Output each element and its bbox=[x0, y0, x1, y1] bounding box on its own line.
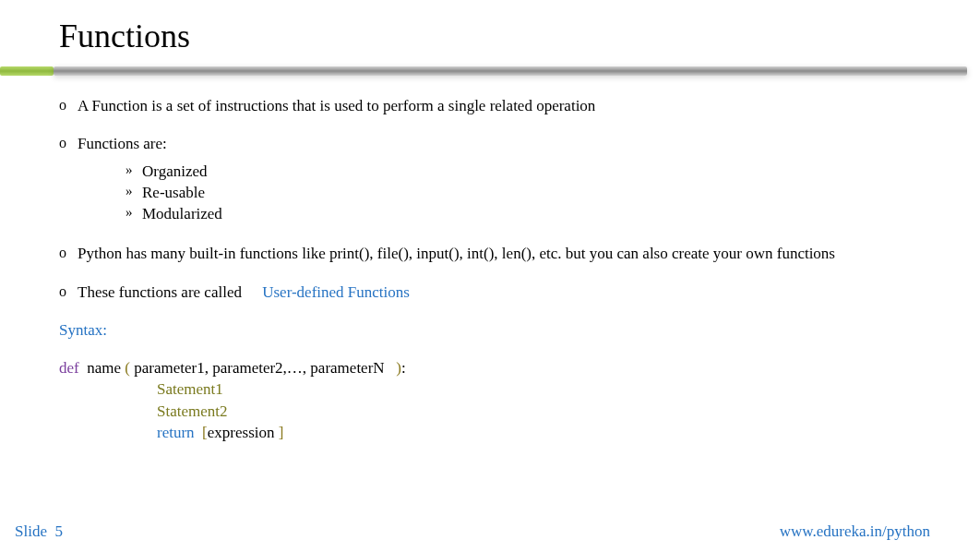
code-params: parameter1, parameter2,…, parameterN bbox=[134, 359, 384, 377]
bullet-text: These functions are called User-defined … bbox=[78, 282, 921, 302]
sub-bullet-item: » Modularized bbox=[125, 204, 921, 223]
highlighted-term: User-defined Functions bbox=[262, 283, 410, 301]
arrow-bullet-icon: » bbox=[125, 183, 142, 200]
bullet-item: o A Function is a set of instructions th… bbox=[59, 96, 921, 115]
circle-bullet-icon: o bbox=[59, 244, 78, 262]
bullet-text: Python has many built-in functions like … bbox=[78, 244, 921, 263]
sub-bullet-item: » Re-usable bbox=[125, 183, 921, 202]
circle-bullet-icon: o bbox=[59, 96, 78, 114]
syntax-heading: Syntax: bbox=[59, 320, 921, 340]
slide-number: 5 bbox=[54, 522, 63, 540]
divider-accent bbox=[0, 66, 54, 76]
slide-title: Functions bbox=[0, 0, 980, 66]
code-line: Satement1 bbox=[59, 379, 921, 399]
footer-url: www.edureka.in/python bbox=[780, 522, 930, 541]
slide-indicator: Slide 5 bbox=[15, 522, 63, 541]
arrow-bullet-icon: » bbox=[125, 204, 142, 222]
code-line: Statement2 bbox=[59, 402, 921, 421]
code-line: return [expression ] bbox=[59, 423, 921, 442]
code-name: name bbox=[87, 359, 121, 377]
circle-bullet-icon: o bbox=[59, 134, 78, 152]
bullet-item: o Python has many built-in functions lik… bbox=[59, 244, 921, 263]
code-expression: expression bbox=[208, 424, 275, 441]
bullet-text: A Function is a set of instructions that… bbox=[78, 96, 921, 115]
sub-bullet-list: » Organized » Re-usable » Modularized bbox=[125, 162, 921, 224]
bullet-item: o Functions are: bbox=[59, 134, 921, 153]
code-paren-open: ( bbox=[125, 359, 130, 377]
slide-content: o A Function is a set of instructions th… bbox=[0, 76, 980, 442]
title-divider bbox=[0, 66, 980, 76]
arrow-bullet-icon: » bbox=[125, 162, 142, 179]
keyword-return: return bbox=[157, 424, 195, 441]
bullet-item: o These functions are called User-define… bbox=[59, 282, 921, 302]
code-block: def name ( parameter1, parameter2,…, par… bbox=[59, 358, 921, 442]
slide-footer: Slide 5 www.edureka.in/python bbox=[0, 522, 980, 541]
code-bracket-close: ] bbox=[279, 424, 284, 441]
sub-bullet-text: Organized bbox=[142, 162, 208, 181]
bullet-text-part: These functions are called bbox=[78, 283, 242, 301]
divider-main bbox=[54, 66, 967, 76]
sub-bullet-item: » Organized bbox=[125, 162, 921, 181]
circle-bullet-icon: o bbox=[59, 282, 78, 301]
bullet-text: Functions are: bbox=[78, 134, 921, 153]
code-colon: : bbox=[401, 359, 406, 377]
keyword-def: def bbox=[59, 359, 79, 377]
sub-bullet-text: Re-usable bbox=[142, 183, 205, 202]
sub-bullet-text: Modularized bbox=[142, 204, 222, 223]
code-line: def name ( parameter1, parameter2,…, par… bbox=[59, 358, 921, 378]
slide-label: Slide bbox=[15, 522, 47, 540]
